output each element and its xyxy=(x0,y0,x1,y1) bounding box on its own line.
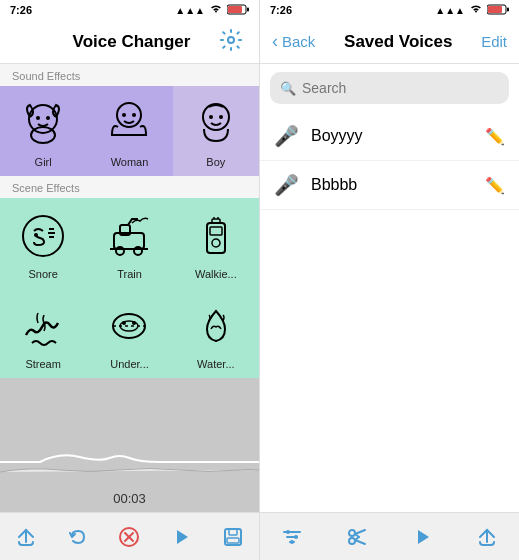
waveform-area: 00:03 xyxy=(0,378,259,512)
effect-boy[interactable]: Boy xyxy=(173,86,259,176)
svg-rect-24 xyxy=(210,227,222,235)
svg-point-32 xyxy=(122,321,126,325)
svg-line-56 xyxy=(355,537,359,540)
back-button[interactable]: ‹ Back xyxy=(272,31,315,52)
right-panel: 7:26 ▲▲▲ ‹ Back Saved Voices Edit 🔍 🎤 Bo… xyxy=(260,0,519,560)
svg-rect-1 xyxy=(228,6,242,13)
left-panel: 7:26 ▲▲▲ Voice Changer Sound Effects xyxy=(0,0,260,560)
header-right: ‹ Back Saved Voices Edit xyxy=(260,20,519,64)
svg-marker-38 xyxy=(177,530,188,544)
svg-point-25 xyxy=(212,239,220,247)
app-title: Voice Changer xyxy=(73,32,191,52)
scene-effects-label: Scene Effects xyxy=(0,176,259,198)
sound-effects-grid: Girl Woman xyxy=(0,86,259,176)
effect-water[interactable]: Water... xyxy=(173,288,259,378)
walkie-label: Walkie... xyxy=(195,268,237,280)
svg-point-51 xyxy=(349,530,355,536)
stream-icon xyxy=(13,296,73,356)
walkie-icon xyxy=(186,206,246,266)
signal-icon-left: ▲▲▲ xyxy=(175,5,205,16)
edit-button[interactable]: Edit xyxy=(481,33,507,50)
mic-icon-1: 🎤 xyxy=(274,173,299,197)
effect-snore[interactable]: Snore xyxy=(0,198,86,288)
svg-point-9 xyxy=(122,113,126,117)
timer-display: 00:03 xyxy=(113,491,146,506)
svg-point-7 xyxy=(46,116,50,120)
share-button-left[interactable] xyxy=(8,519,44,555)
battery-icon-right xyxy=(487,4,509,17)
status-bar-right: 7:26 ▲▲▲ xyxy=(260,0,519,20)
girl-label: Girl xyxy=(35,156,52,168)
toolbar-right xyxy=(260,512,519,560)
search-bar: 🔍 xyxy=(270,72,509,104)
effect-girl[interactable]: Girl xyxy=(0,86,86,176)
woman-icon xyxy=(99,94,159,154)
sound-effects-label: Sound Effects xyxy=(0,64,259,86)
svg-point-6 xyxy=(36,116,40,120)
scene-effects-grid: Snore Train xyxy=(0,198,259,378)
edit-pencil-icon-0[interactable]: ✏️ xyxy=(485,127,505,146)
girl-icon xyxy=(13,94,73,154)
voice-item-0[interactable]: 🎤 Boyyyy ✏️ xyxy=(260,112,519,161)
boy-label: Boy xyxy=(206,156,225,168)
header-left: Voice Changer xyxy=(0,20,259,64)
voice-list: 🎤 Boyyyy ✏️ 🎤 Bbbbb ✏️ xyxy=(260,112,519,512)
svg-point-49 xyxy=(294,535,298,539)
svg-point-48 xyxy=(286,530,290,534)
train-label: Train xyxy=(117,268,142,280)
svg-point-11 xyxy=(203,104,229,130)
back-label: Back xyxy=(282,33,315,50)
cancel-button[interactable] xyxy=(111,519,147,555)
svg-rect-41 xyxy=(227,538,239,543)
waveform-svg xyxy=(0,432,259,492)
edit-pencil-icon-1[interactable]: ✏️ xyxy=(485,176,505,195)
filter-button[interactable] xyxy=(274,519,310,555)
svg-marker-57 xyxy=(418,530,429,544)
snore-icon xyxy=(13,206,73,266)
mic-icon-0: 🎤 xyxy=(274,124,299,148)
snore-label: Snore xyxy=(28,268,57,280)
svg-point-10 xyxy=(132,113,136,117)
status-icons-left: ▲▲▲ xyxy=(175,4,249,17)
effect-under[interactable]: Under... xyxy=(86,288,172,378)
saved-voices-title: Saved Voices xyxy=(344,32,452,52)
boy-icon xyxy=(186,94,246,154)
play-button-right[interactable] xyxy=(404,519,440,555)
battery-icon-left xyxy=(227,4,249,17)
svg-rect-26 xyxy=(212,219,220,223)
woman-label: Woman xyxy=(111,156,149,168)
train-icon xyxy=(99,206,159,266)
water-label: Water... xyxy=(197,358,235,370)
undo-button[interactable] xyxy=(60,519,96,555)
svg-point-50 xyxy=(290,540,294,544)
status-icons-right: ▲▲▲ xyxy=(435,4,509,17)
signal-icon-right: ▲▲▲ xyxy=(435,5,465,16)
water-icon xyxy=(186,296,246,356)
settings-icon[interactable] xyxy=(219,28,243,56)
svg-point-5 xyxy=(31,127,55,143)
svg-point-13 xyxy=(219,115,223,119)
svg-rect-2 xyxy=(247,7,249,11)
time-right: 7:26 xyxy=(270,4,292,16)
toolbar-left xyxy=(0,512,259,560)
wifi-icon-right xyxy=(469,4,483,16)
svg-line-54 xyxy=(355,540,365,544)
save-button[interactable] xyxy=(215,519,251,555)
effect-stream[interactable]: Stream xyxy=(0,288,86,378)
play-button-left[interactable] xyxy=(163,519,199,555)
effect-walkie[interactable]: Walkie... xyxy=(173,198,259,288)
voice-name-0: Boyyyy xyxy=(311,127,485,145)
status-bar-left: 7:26 ▲▲▲ xyxy=(0,0,259,20)
effect-woman[interactable]: Woman xyxy=(86,86,172,176)
scissors-button[interactable] xyxy=(339,519,375,555)
stream-label: Stream xyxy=(25,358,60,370)
time-left: 7:26 xyxy=(10,4,32,16)
effect-train[interactable]: Train xyxy=(86,198,172,288)
search-input[interactable] xyxy=(302,80,499,96)
share-button-right[interactable] xyxy=(469,519,505,555)
svg-rect-43 xyxy=(488,6,502,13)
voice-item-1[interactable]: 🎤 Bbbbb ✏️ xyxy=(260,161,519,210)
search-icon: 🔍 xyxy=(280,81,296,96)
svg-rect-44 xyxy=(507,7,509,11)
svg-point-29 xyxy=(113,314,145,338)
